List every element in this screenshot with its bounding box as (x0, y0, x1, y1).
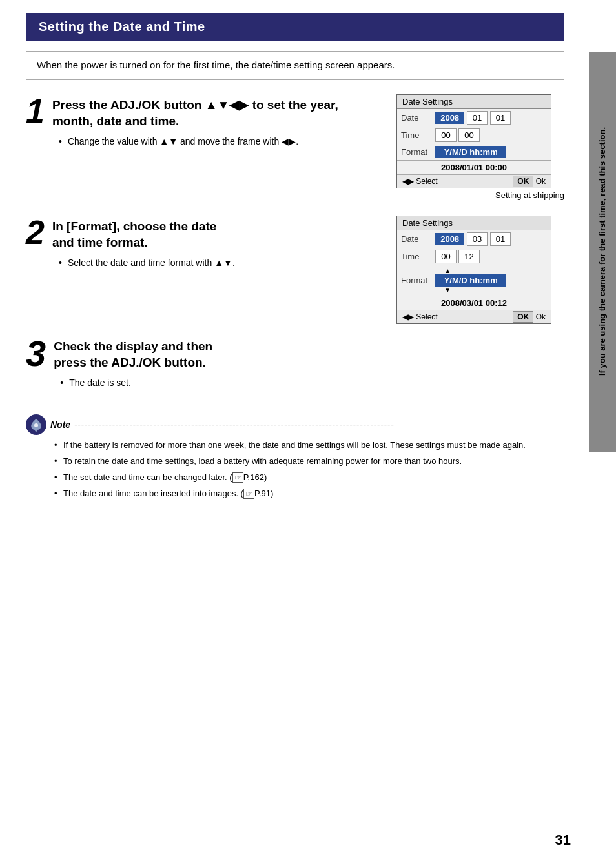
ds1-year: 2008 (435, 112, 464, 124)
ds2-time-label: Time (397, 248, 431, 265)
side-tab: If you are using the camera for the firs… (589, 52, 616, 452)
ds1-time-h: 00 (435, 128, 456, 142)
step-2-bullet-1: Select the date and time format with ▲▼. (59, 256, 235, 270)
ds2-footer: ◀▶ Select OK Ok (397, 310, 551, 323)
ds1-time-label: Time (397, 126, 431, 144)
ds2-format-cell: ▲ Y/M/D hh:mm ▼ (431, 265, 551, 296)
step-2-header: 2 In [Format], choose the dateand time f… (26, 216, 384, 272)
step-3-header: 3 Check the display and thenpress the AD… (26, 336, 384, 392)
note-bullet-2: To retain the date and time settings, lo… (54, 455, 564, 468)
main-content: Setting the Date and Time When the power… (13, 0, 577, 529)
ds2-time-row: Time 00 12 (397, 248, 551, 265)
svg-point-0 (34, 423, 38, 427)
ds2-datetime-row: 2008/03/01 00:12 (397, 296, 551, 310)
note-bullets-list: If the battery is removed for more than … (54, 439, 564, 501)
ds1-format-label: Format (397, 144, 431, 161)
ds2-format-label: Format (397, 265, 431, 296)
date-settings-box-1: Date Settings Date 2008 01 01 Time (396, 94, 551, 188)
step-3-bullets: The date is set. (60, 376, 212, 390)
intro-box: When the power is turned on for the firs… (26, 51, 564, 80)
step-1-title: Press the ADJ./OK button ▲▼◀▶ to set the… (52, 97, 338, 130)
note-bullet-1: If the battery is removed for more than … (54, 439, 564, 452)
intro-text: When the power is turned on for the firs… (37, 59, 395, 70)
arrows-1: ▲▼◀▶ (205, 98, 249, 112)
note-icon (26, 414, 46, 435)
ds1-format-cell: Y/M/D hh:mm (431, 144, 551, 161)
ds1-footer-ok: Ok (536, 177, 546, 186)
step-1-left: 1 Press the ADJ./OK button ▲▼◀▶ to set t… (26, 94, 384, 151)
ds2-ok-area: OK Ok (513, 312, 546, 321)
ds1-day: 01 (490, 111, 511, 125)
ds2-footer-select: ◀▶ Select (402, 312, 438, 321)
ds1-title: Date Settings (397, 95, 551, 109)
shipping-label: Setting at shipping (396, 190, 564, 200)
ds2-time-m: 12 (458, 250, 479, 263)
ds1-time-cells: 00 00 (431, 126, 551, 144)
ds2-date-label: Date (397, 230, 431, 248)
ds2-day: 01 (490, 232, 511, 246)
tri-lr-1: ◀▶ (282, 136, 296, 146)
step-1-bullet-1: Change the value with ▲▼ and move the fr… (59, 135, 338, 148)
tri-updown-2: ▲▼ (214, 257, 232, 268)
step-3-left: 3 Check the display and thenpress the AD… (26, 336, 384, 392)
ds2-time-h: 00 (435, 250, 456, 263)
ds1-datetime-display: 2008/01/01 00:00 (397, 160, 551, 174)
step-1-header: 1 Press the ADJ./OK button ▲▼◀▶ to set t… (26, 94, 384, 151)
step-1-number: 1 (26, 94, 45, 128)
step-1-row: 1 Press the ADJ./OK button ▲▼◀▶ to set t… (26, 94, 564, 204)
header-title: Setting the Date and Time (39, 19, 205, 34)
ds2-year: 2008 (435, 233, 464, 245)
ref-icon-2: ☞ (243, 489, 254, 499)
ds2-format-value: Y/M/D hh:mm (435, 274, 506, 287)
ds2-arrow-up: ▲ (444, 267, 451, 274)
tri-updown-1: ▲▼ (159, 136, 178, 146)
step-3-title-block: Check the display and thenpress the ADJ.… (54, 338, 212, 392)
step-1-title-block: Press the ADJ./OK button ▲▼◀▶ to set the… (52, 97, 338, 151)
ds1-ok-area: OK Ok (513, 177, 546, 186)
step-2-bullets: Select the date and time format with ▲▼. (59, 256, 235, 270)
note-bullet-3: The set date and time can be changed lat… (54, 471, 564, 484)
note-bullet-4: The date and time can be inserted into i… (54, 487, 564, 500)
ds2-arrow-down: ▼ (444, 287, 451, 294)
note-header-row: Note -----------------------------------… (26, 414, 564, 435)
step-2-title-block: In [Format], choose the dateand time for… (52, 218, 235, 272)
ref-icon-1: ☞ (232, 472, 243, 483)
ds2-title: Date Settings (397, 216, 551, 230)
ds2-date-row: Date 2008 03 01 (397, 230, 551, 248)
step-3-title: Check the display and thenpress the ADJ.… (54, 338, 212, 371)
ds1-date-row: Date 2008 01 01 (397, 109, 551, 126)
ds2-datetime-display: 2008/03/01 00:12 (397, 296, 551, 310)
note-label: Note (50, 419, 70, 430)
step-3-row: 3 Check the display and thenpress the AD… (26, 336, 564, 392)
page-header: Setting the Date and Time (26, 13, 564, 41)
note-section: Note -----------------------------------… (26, 414, 564, 501)
ds2-ok-btn: OK (513, 311, 533, 323)
ds2-footer-ok: Ok (536, 312, 546, 321)
step-1-right: Date Settings Date 2008 01 01 Time (396, 94, 564, 204)
ds1-footer: ◀▶ Select OK Ok (397, 174, 551, 188)
ds1-footer-select: ◀▶ Select (402, 177, 438, 186)
ds1-time-row: Time 00 00 (397, 126, 551, 144)
ds1-date-cells: 2008 01 01 (431, 109, 551, 126)
ds1-ok-btn: OK (513, 176, 533, 187)
date-settings-box-2: Date Settings Date 2008 03 01 Time (396, 216, 551, 324)
step-3-number: 3 (26, 336, 46, 372)
ds1-date-label: Date (397, 109, 431, 126)
ds2-table: Date 2008 03 01 Time 00 12 (397, 230, 551, 310)
note-icon-svg (29, 418, 43, 432)
ds2-date-cells: 2008 03 01 (431, 230, 551, 248)
step-2-title: In [Format], choose the dateand time for… (52, 218, 235, 251)
ds2-format-with-arrow: ▲ Y/M/D hh:mm ▼ (435, 267, 547, 294)
step-2-number: 2 (26, 216, 45, 249)
ds2-format-row: Format ▲ Y/M/D hh:mm ▼ (397, 265, 551, 296)
ds1-format-row: Format Y/M/D hh:mm (397, 144, 551, 161)
step-2-left: 2 In [Format], choose the dateand time f… (26, 216, 384, 272)
page-number: 31 (555, 832, 571, 849)
step-2-row: 2 In [Format], choose the dateand time f… (26, 216, 564, 324)
note-dashes: ----------------------------------------… (74, 419, 395, 429)
step-3-bullet-1: The date is set. (60, 376, 212, 390)
ds2-month: 03 (467, 232, 488, 246)
ds1-table: Date 2008 01 01 Time 00 00 (397, 109, 551, 174)
ds1-datetime-row: 2008/01/01 00:00 (397, 160, 551, 174)
side-tab-text: If you are using the camera for the firs… (596, 121, 610, 382)
